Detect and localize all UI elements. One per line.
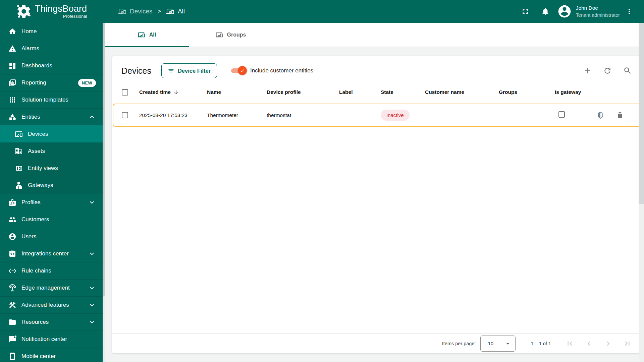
- sidebar-scrollbar-thumb[interactable]: [103, 23, 105, 296]
- thingsboard-logo[interactable]: ThingsBoard Professional: [0, 4, 105, 19]
- sidebar-item-integrations-center[interactable]: Integrations center: [0, 245, 103, 262]
- first-page-icon: [566, 339, 574, 348]
- sidebar-item-advanced-features[interactable]: Advanced features: [0, 296, 103, 313]
- breadcrumb-item-devices[interactable]: Devices: [118, 7, 153, 15]
- previous-page-button[interactable]: [582, 336, 596, 351]
- sidebar-item-customers[interactable]: Customers: [0, 211, 103, 228]
- sidebar-item-label: Resources: [21, 319, 49, 325]
- include-customer-entities-toggle-wrap: Include customer entities: [230, 67, 313, 74]
- shield-half-icon: [596, 111, 604, 119]
- devices-card: Devices Device Filter Include customer e…: [112, 56, 642, 353]
- breadcrumb-item-all[interactable]: All: [166, 7, 185, 15]
- chevron-down-icon: [88, 250, 96, 258]
- sidebar-item-label: Alarms: [21, 45, 39, 52]
- column-header-is-gateway[interactable]: Is gateway: [555, 89, 595, 95]
- sidebar-item-gateways[interactable]: Gateways: [0, 177, 103, 194]
- delete-icon: [616, 111, 624, 119]
- tab-all[interactable]: All: [105, 23, 189, 47]
- last-page-button[interactable]: [620, 336, 635, 351]
- chevron-down-icon: [88, 198, 96, 206]
- device-filter-button[interactable]: Device Filter: [161, 63, 217, 78]
- sidebar-item-label: Assets: [28, 148, 45, 155]
- paginator: [562, 336, 635, 351]
- page-range: 1 – 1 of 1: [531, 341, 551, 346]
- cell-created-time: 2025-08-20 17:53:23: [139, 112, 207, 118]
- sidebar-item-resources[interactable]: Resources: [0, 313, 103, 330]
- column-header-device-profile[interactable]: Device profile: [267, 89, 339, 95]
- delete-button[interactable]: [616, 111, 624, 119]
- sidebar-item-entity-views[interactable]: Entity views: [0, 160, 103, 177]
- sidebar-item-assets[interactable]: Assets: [0, 142, 103, 160]
- sidebar-item-users[interactable]: Users: [0, 228, 103, 245]
- sidebar-item-label: Users: [21, 233, 36, 240]
- select-all-checkbox[interactable]: [122, 89, 128, 96]
- refresh-icon: [603, 66, 612, 75]
- chevron-left-icon: [585, 339, 593, 348]
- fullscreen-button[interactable]: [521, 7, 530, 16]
- user-name: John Doe: [576, 4, 620, 12]
- search-icon: [623, 66, 632, 75]
- chevron-down-icon: [88, 301, 96, 309]
- edge-management-icon: [8, 284, 16, 292]
- sidebar-item-notification-center[interactable]: Notification center: [0, 330, 103, 348]
- cell-name: Thermometer: [207, 112, 267, 118]
- column-header-name[interactable]: Name: [207, 89, 267, 95]
- column-header-customer-name[interactable]: Customer name: [425, 89, 499, 95]
- table-row[interactable]: 2025-08-20 17:53:23Thermometerthermostat…: [113, 104, 641, 127]
- chevron-down-icon: [88, 318, 96, 326]
- more-menu-button[interactable]: [625, 7, 633, 15]
- sidebar-item-reporting[interactable]: ReportingNEW: [0, 74, 103, 91]
- security-button[interactable]: [596, 111, 604, 119]
- refresh-button[interactable]: [603, 66, 612, 75]
- devices-icon: [138, 31, 145, 39]
- column-header-label: Created time: [139, 89, 171, 95]
- search-button[interactable]: [623, 66, 632, 75]
- sidebar-scrollbar[interactable]: [103, 23, 105, 362]
- column-header-created-time[interactable]: Created time: [139, 89, 207, 95]
- chevron-down-icon: [88, 284, 96, 292]
- sidebar-item-entities[interactable]: Entities: [0, 108, 103, 125]
- sidebar-item-rule-chains[interactable]: Rule chains: [0, 262, 103, 279]
- sidebar-item-label: Customers: [21, 216, 49, 223]
- sidebar-item-dashboards[interactable]: Dashboards: [0, 57, 103, 74]
- devices-toolbar: Devices Device Filter Include customer e…: [112, 56, 642, 83]
- column-header-groups[interactable]: Groups: [499, 89, 555, 95]
- column-header-label: Name: [207, 89, 221, 95]
- add-device-button[interactable]: [583, 66, 592, 75]
- page-scrollbar-thumb[interactable]: [639, 23, 644, 204]
- breadcrumb-label: Devices: [130, 8, 153, 15]
- sidebar-item-alarms[interactable]: Alarms: [0, 40, 103, 57]
- items-per-page-select[interactable]: 10: [480, 336, 516, 352]
- sidebar-item-mobile-center[interactable]: Mobile center: [0, 348, 103, 362]
- entity-views-icon: [15, 164, 23, 172]
- devices-icon: [166, 7, 174, 15]
- row-actions: [595, 111, 630, 119]
- tab-label: All: [149, 32, 156, 38]
- reporting-icon: [8, 79, 16, 87]
- sidebar-item-profiles[interactable]: Profiles: [0, 194, 103, 211]
- column-header-label[interactable]: Label: [339, 89, 381, 95]
- more-vert-icon: [625, 7, 633, 15]
- table-body: 2025-08-20 17:53:23Thermometerthermostat…: [112, 101, 642, 127]
- tab-groups[interactable]: Groups: [189, 23, 273, 47]
- next-page-button[interactable]: [601, 336, 615, 351]
- is-gateway-checkbox[interactable]: [558, 111, 565, 118]
- sidebar-item-solution-templates[interactable]: Solution templates: [0, 91, 103, 108]
- sidebar-item-label: Dashboards: [21, 62, 52, 69]
- alarms-icon: [8, 45, 16, 53]
- dropdown-caret-icon: [504, 340, 512, 348]
- row-checkbox[interactable]: [122, 112, 128, 118]
- column-header-label: Customer name: [425, 89, 464, 95]
- column-header-state[interactable]: State: [381, 89, 425, 95]
- breadcrumb-label: All: [178, 8, 185, 15]
- sidebar-item-edge-management[interactable]: Edge management: [0, 279, 103, 296]
- sidebar-item-devices[interactable]: Devices: [0, 125, 103, 142]
- include-customer-entities-toggle[interactable]: [230, 68, 246, 74]
- first-page-button[interactable]: [562, 336, 577, 351]
- avatar[interactable]: [557, 4, 572, 19]
- sidebar-item-home[interactable]: Home: [0, 23, 103, 40]
- page-scrollbar[interactable]: [639, 23, 644, 362]
- notifications-button[interactable]: [541, 7, 550, 16]
- assets-icon: [15, 147, 23, 155]
- advanced-features-icon: [8, 301, 16, 309]
